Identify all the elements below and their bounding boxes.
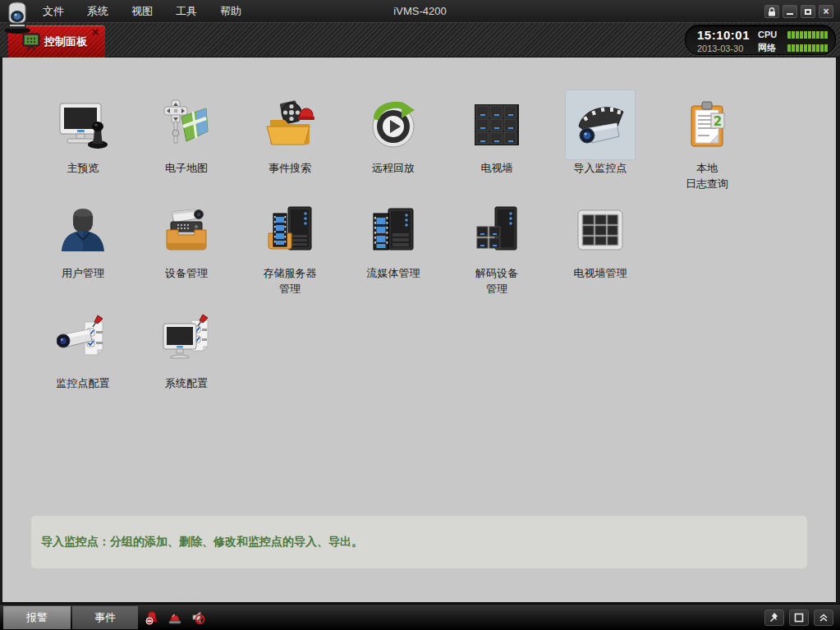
module-label: 解码设备 [475, 266, 518, 280]
event-tab[interactable]: 事件 [72, 606, 138, 629]
tab-bar: 控制面板 × 15:10:01 CPU 2013-03-30 网络 [0, 23, 840, 57]
user-management-icon [57, 204, 109, 256]
module-import-camera[interactable]: 导入监控点 [549, 90, 652, 175]
alarm-tab[interactable]: 报警 [3, 606, 71, 629]
mute-icon[interactable] [190, 610, 205, 625]
module-label: 电视墙 [481, 161, 513, 175]
pin-panel-button[interactable] [764, 609, 784, 626]
storage-server-icon [264, 204, 316, 256]
module-label: 存储服务器 [264, 266, 317, 280]
pin-icon [769, 612, 780, 623]
module-user-management[interactable]: 用户管理 [31, 195, 135, 280]
module-label: 用户管理 [62, 266, 104, 280]
cpu-label: CPU [758, 30, 787, 39]
module-camera-config[interactable]: 监控点配置 [31, 306, 135, 390]
maximize-button[interactable] [801, 5, 815, 18]
control-panel-main: 主预览 电子地图 [2, 57, 836, 602]
module-label: 监控点配置 [57, 376, 110, 390]
module-local-log[interactable]: 2 本地 日志查询 [655, 90, 759, 191]
system-status-panel: 15:10:01 CPU 2013-03-30 网络 [685, 25, 836, 55]
module-label: 事件搜索 [269, 161, 311, 175]
stream-media-icon [367, 204, 420, 256]
camera-config-icon [57, 314, 109, 366]
tv-wall-icon [470, 99, 523, 151]
network-meter [787, 44, 829, 52]
menu-view[interactable]: 视图 [120, 0, 164, 23]
lock-icon [768, 7, 776, 16]
module-label: 远程回放 [372, 161, 415, 175]
module-storage-server[interactable]: 存储服务器 管理 [238, 195, 342, 296]
module-label: 流媒体管理 [367, 266, 420, 280]
clock-time: 15:10:01 [697, 28, 758, 42]
module-system-config[interactable]: 系统配置 [135, 306, 238, 390]
import-camera-icon [574, 99, 627, 151]
module-label: 电子地图 [165, 161, 208, 175]
module-description-box: 导入监控点：分组的添加、删除、修改和监控点的导入、导出。 [31, 516, 807, 568]
collapse-panel-button[interactable] [814, 609, 833, 626]
network-label: 网络 [758, 42, 787, 54]
module-stream-media[interactable]: 流媒体管理 [342, 195, 445, 280]
module-label: 本地 [696, 161, 718, 175]
app-window: 文件 系统 视图 工具 帮助 iVMS-4200 × [0, 0, 840, 630]
module-label: 设备管理 [165, 266, 208, 280]
module-decoding-device[interactable]: 解码设备 管理 [445, 195, 549, 296]
main-preview-icon [57, 99, 109, 151]
remote-playback-icon [367, 99, 420, 151]
module-label: 系统配置 [165, 376, 208, 390]
lock-button[interactable] [764, 5, 779, 18]
restore-panel-icon [794, 613, 804, 623]
local-log-icon: 2 [681, 99, 733, 151]
minimize-button[interactable] [783, 5, 797, 18]
emap-icon [160, 99, 213, 151]
selected-module-highlight [566, 90, 635, 159]
status-bar: 报警 事件 [0, 604, 840, 630]
tv-wall-management-icon [574, 204, 627, 256]
alarm-clear-icon[interactable] [145, 610, 159, 625]
module-main-preview[interactable]: 主预览 [31, 90, 135, 175]
module-label: 主预览 [67, 161, 99, 175]
cpu-meter [787, 31, 829, 39]
system-config-icon [160, 314, 213, 366]
tab-label: 控制面板 [44, 25, 87, 57]
module-tv-wall-management[interactable]: 电视墙管理 [549, 195, 652, 280]
menu-bar: 文件 系统 视图 工具 帮助 [31, 0, 253, 23]
module-remote-playback[interactable]: 远程回放 [342, 90, 445, 175]
collapse-icon [819, 613, 829, 623]
module-emap[interactable]: 电子地图 [135, 90, 238, 175]
module-tv-wall[interactable]: 电视墙 [445, 90, 549, 175]
module-device-management[interactable]: 设备管理 [135, 195, 238, 280]
device-management-icon [160, 204, 213, 256]
title-bar: 文件 系统 视图 工具 帮助 iVMS-4200 × [0, 0, 840, 23]
menu-system[interactable]: 系统 [76, 0, 120, 23]
clock-date: 2013-03-30 [697, 44, 758, 53]
module-label: 电视墙管理 [574, 266, 627, 280]
menu-tools[interactable]: 工具 [164, 0, 209, 23]
restore-panel-button[interactable] [789, 609, 809, 626]
module-label: 导入监控点 [574, 161, 627, 175]
menu-help[interactable]: 帮助 [209, 0, 253, 23]
event-search-icon [264, 99, 316, 151]
svg-text:2: 2 [714, 114, 722, 129]
module-description-text: 导入监控点：分组的添加、删除、修改和监控点的导入、导出。 [41, 535, 363, 550]
menu-file[interactable]: 文件 [31, 0, 76, 23]
module-event-search[interactable]: 事件搜索 [238, 90, 342, 175]
siren-icon[interactable] [168, 610, 182, 625]
decoding-device-icon [470, 204, 523, 256]
app-logo-camera-icon [2, 1, 34, 37]
minimize-icon [787, 13, 793, 15]
close-icon: × [823, 7, 829, 16]
maximize-icon [805, 9, 811, 15]
close-button[interactable]: × [819, 5, 833, 18]
tab-close-icon[interactable]: × [90, 26, 101, 38]
